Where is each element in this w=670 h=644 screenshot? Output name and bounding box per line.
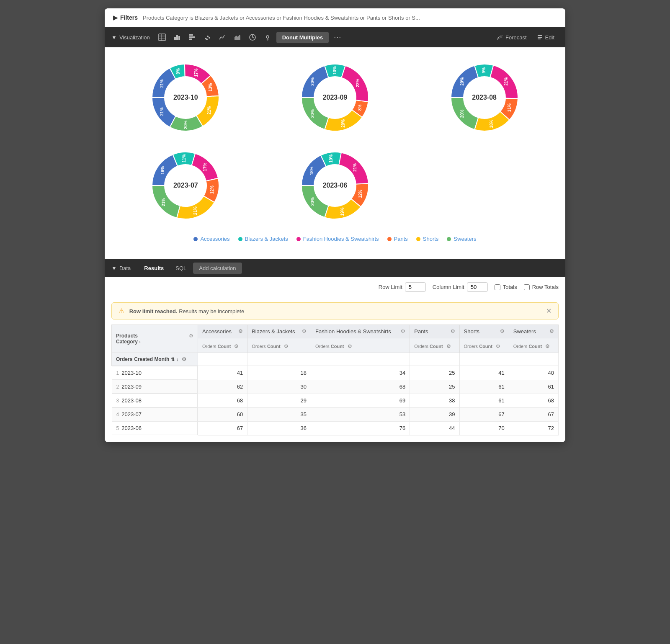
clock-icon-btn[interactable] bbox=[245, 31, 260, 44]
sorted-bar-icon-btn[interactable] bbox=[185, 31, 199, 44]
main-card: ▶ Filters Products Category is Blazers &… bbox=[105, 8, 565, 442]
viz-type-icons bbox=[155, 31, 275, 44]
forecast-btn[interactable]: Forecast bbox=[493, 32, 531, 43]
table-wrap: Products Category › ⚙ Accessories ⚙ bbox=[105, 325, 565, 442]
sort-icon: ⇅ ↓ bbox=[171, 357, 178, 362]
svg-rect-8 bbox=[189, 36, 195, 38]
svg-text:19%: 19% bbox=[340, 207, 345, 216]
table-icon-btn[interactable] bbox=[155, 31, 169, 44]
warning-close-btn[interactable]: ✕ bbox=[546, 307, 551, 315]
svg-text:21%: 21% bbox=[193, 206, 198, 215]
data-toolbar: ▼ Data Results SQL Add calculation bbox=[105, 259, 565, 277]
warning-text: Results may be incomplete bbox=[179, 308, 244, 314]
map-icon-btn[interactable] bbox=[260, 31, 275, 44]
edit-btn[interactable]: Edit bbox=[533, 32, 559, 43]
legend: Accessories Blazers & Jackets Fashion Ho… bbox=[113, 236, 557, 242]
viz-toolbar-label: ▼ Visualization bbox=[111, 34, 150, 41]
cell-pants: 38 bbox=[410, 394, 459, 407]
row-num: 4 bbox=[116, 412, 119, 417]
warning-bold: Row limit reached. bbox=[129, 308, 178, 314]
cell-accessories: 62 bbox=[198, 380, 247, 394]
cell-month: 1 2023-10 bbox=[112, 366, 198, 380]
gear-icon-sub-accessories[interactable]: ⚙ bbox=[234, 343, 239, 349]
results-table: Products Category › ⚙ Accessories ⚙ bbox=[111, 325, 559, 435]
totals-checkbox[interactable] bbox=[495, 284, 500, 290]
svg-marker-14 bbox=[234, 35, 240, 40]
donut-wrap-2023-08: 20%9%21%11%18%20%2023-08 bbox=[447, 60, 522, 135]
cell-pants: 25 bbox=[410, 366, 459, 380]
row-num: 1 bbox=[116, 370, 119, 376]
cell-accessories: 60 bbox=[198, 407, 247, 421]
gear-icon-month[interactable]: ⚙ bbox=[182, 356, 186, 362]
legend-label: Pants bbox=[394, 236, 408, 242]
th-sort-month[interactable]: Orders Created Month ⇅ ↓ ⚙ bbox=[112, 353, 198, 366]
gear-icon-sub-blazers[interactable]: ⚙ bbox=[284, 343, 289, 349]
svg-text:20%: 20% bbox=[460, 77, 464, 85]
line-icon-btn[interactable] bbox=[215, 31, 229, 44]
gear-icon-category[interactable]: ⚙ bbox=[189, 333, 193, 339]
row-totals-checkbox[interactable] bbox=[524, 284, 530, 290]
warning-content: ⚠ Row limit reached. Results may be inco… bbox=[119, 307, 244, 315]
th-sub-sweaters: Orders Count ⚙ bbox=[509, 338, 558, 353]
table-row: 1 2023-10 41 18 34 25 41 40 bbox=[112, 366, 559, 380]
th-group-accessories: Accessories ⚙ bbox=[198, 325, 247, 338]
more-options-btn[interactable]: ··· bbox=[330, 31, 345, 44]
row-limit-input[interactable] bbox=[405, 282, 426, 292]
gear-icon-pants[interactable]: ⚙ bbox=[451, 328, 455, 334]
table-row: 3 2023-08 68 29 69 38 61 68 bbox=[112, 394, 559, 407]
legend-item-fashion-hoodies-&-sweatshirts[interactable]: Fashion Hoodies & Sweatshirts bbox=[296, 236, 379, 242]
svg-text:12%: 12% bbox=[358, 190, 363, 198]
svg-text:21%: 21% bbox=[160, 79, 164, 88]
th-group-pants: Pants ⚙ bbox=[410, 325, 459, 338]
scatter-icon-btn[interactable] bbox=[200, 31, 214, 44]
gear-icon-sub-sweaters[interactable]: ⚙ bbox=[545, 343, 550, 349]
donut-multiples-btn[interactable]: Donut Multiples bbox=[276, 32, 329, 43]
svg-text:20%: 20% bbox=[460, 109, 464, 118]
legend-dot bbox=[296, 237, 301, 241]
svg-text:20%: 20% bbox=[341, 119, 345, 128]
gear-icon-shorts[interactable]: ⚙ bbox=[500, 328, 505, 334]
cell-sweaters: 40 bbox=[509, 366, 558, 380]
svg-text:17%: 17% bbox=[194, 68, 198, 77]
gear-icon-fashion[interactable]: ⚙ bbox=[401, 328, 405, 334]
gear-icon-sweaters[interactable]: ⚙ bbox=[549, 328, 554, 334]
legend-dot bbox=[447, 237, 451, 241]
legend-item-blazers-&-jackets[interactable]: Blazers & Jackets bbox=[238, 236, 288, 242]
cell-month: 3 2023-08 bbox=[112, 394, 198, 407]
area-icon-btn[interactable] bbox=[230, 31, 245, 44]
cell-month-value: 2023-10 bbox=[121, 370, 142, 376]
legend-item-accessories[interactable]: Accessories bbox=[193, 236, 229, 242]
filters-toggle[interactable]: ▶ Filters bbox=[113, 14, 138, 21]
svg-text:18%: 18% bbox=[489, 120, 494, 128]
svg-rect-0 bbox=[159, 34, 165, 41]
tab-results[interactable]: Results bbox=[139, 263, 169, 274]
donut-wrap-2023-09: 20%10%22%8%20%20%2023-09 bbox=[297, 60, 373, 135]
legend-label: Accessories bbox=[200, 236, 229, 242]
col-limit-input[interactable] bbox=[467, 282, 488, 292]
totals-label[interactable]: Totals bbox=[495, 284, 517, 290]
legend-label: Fashion Hoodies & Sweatshirts bbox=[303, 236, 379, 242]
cell-sweaters: 72 bbox=[509, 421, 558, 435]
cell-month-value: 2023-06 bbox=[121, 425, 142, 431]
tab-sql[interactable]: SQL bbox=[170, 263, 191, 274]
filters-bar: ▶ Filters Products Category is Blazers &… bbox=[105, 8, 565, 27]
gear-icon-sub-fashion[interactable]: ⚙ bbox=[348, 343, 352, 349]
gear-icon-blazers[interactable]: ⚙ bbox=[302, 328, 307, 334]
th-group-fashion: Fashion Hoodies & Sweatshirts ⚙ bbox=[311, 325, 410, 338]
cell-blazers: 29 bbox=[247, 394, 311, 407]
donut-wrap-2023-10: 21%9%17%13%21%20%21%2023-10 bbox=[148, 60, 223, 135]
add-calculation-btn[interactable]: Add calculation bbox=[193, 263, 242, 274]
th-sub-blazers: Orders Count ⚙ bbox=[247, 338, 311, 353]
legend-item-sweaters[interactable]: Sweaters bbox=[447, 236, 476, 242]
svg-rect-4 bbox=[174, 37, 176, 40]
gear-icon-sub-shorts[interactable]: ⚙ bbox=[496, 343, 500, 349]
bar-chart-icon-btn[interactable] bbox=[170, 31, 184, 44]
legend-item-pants[interactable]: Pants bbox=[387, 236, 408, 242]
svg-point-18 bbox=[266, 36, 269, 38]
legend-item-shorts[interactable]: Shorts bbox=[416, 236, 439, 242]
row-totals-label[interactable]: Row Totals bbox=[524, 284, 559, 290]
row-num: 2 bbox=[116, 384, 119, 390]
gear-icon-accessories[interactable]: ⚙ bbox=[238, 328, 243, 334]
gear-icon-sub-pants[interactable]: ⚙ bbox=[446, 343, 451, 349]
col-limit-label: Column Limit bbox=[433, 282, 488, 292]
